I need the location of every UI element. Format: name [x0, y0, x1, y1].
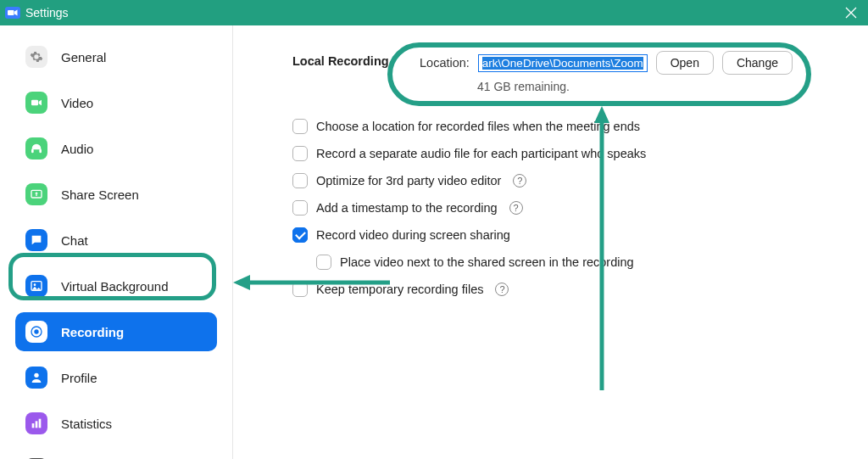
svg-rect-12: [39, 419, 42, 428]
option-row: Record video during screen sharing: [292, 227, 843, 243]
location-path[interactable]: ark\OneDrive\Documents\Zoom: [478, 54, 648, 72]
sidebar-item-general[interactable]: General: [15, 37, 217, 76]
sidebar-item-label: Share Screen: [61, 188, 139, 202]
sidebar-item-audio[interactable]: Audio: [15, 129, 217, 168]
record-icon: [25, 321, 47, 343]
video-icon: [25, 92, 47, 114]
svg-rect-3: [39, 149, 42, 154]
checkbox[interactable]: [316, 255, 331, 270]
checkbox[interactable]: [292, 146, 308, 161]
help-icon[interactable]: ?: [513, 174, 526, 188]
svg-rect-10: [32, 423, 35, 428]
close-button[interactable]: [834, 0, 868, 25]
stats-icon: [25, 412, 47, 434]
option-label: Optimize for 3rd party video editor: [316, 174, 501, 188]
sidebar-item-recording[interactable]: Recording: [15, 312, 217, 351]
image-icon: [25, 275, 47, 297]
sidebar-item-label: Recording: [61, 325, 124, 339]
option-label: Record a separate audio file for each pa…: [316, 147, 646, 160]
checkbox[interactable]: [292, 119, 308, 134]
sidebar-item-label: Virtual Background: [61, 279, 168, 294]
option-label: Place video next to the shared screen in…: [340, 255, 634, 269]
sidebar-item-label: Chat: [61, 233, 88, 248]
option-row: Place video next to the shared screen in…: [316, 255, 843, 270]
help-icon[interactable]: ?: [509, 201, 523, 215]
option-label: Record video during screen sharing: [316, 228, 510, 242]
location-label: Location:: [420, 56, 470, 70]
sidebar-item-label: Video: [61, 96, 93, 110]
content-panel: Local Recording Location: ark\OneDrive\D…: [233, 25, 868, 459]
help-icon[interactable]: ?: [495, 283, 509, 296]
checkbox[interactable]: [292, 227, 308, 243]
change-button[interactable]: Change: [722, 51, 793, 75]
svg-rect-1: [31, 100, 38, 106]
option-label: Add a timestamp to the recording: [316, 201, 498, 215]
profile-icon: [25, 367, 47, 389]
option-row: Add a timestamp to the recording?: [292, 200, 843, 216]
app-icon: [5, 7, 20, 19]
sidebar-item-label: Audio: [61, 142, 93, 156]
checkbox[interactable]: [292, 200, 308, 216]
option-row: Keep temporary recording files?: [292, 282, 843, 297]
share-screen-icon: [25, 183, 47, 205]
sidebar-item-video[interactable]: Video: [15, 83, 217, 122]
gear-icon: [25, 46, 47, 68]
option-row: Choose a location for recorded files whe…: [292, 119, 843, 134]
sidebar-item-virtual-background[interactable]: Virtual Background: [15, 266, 217, 305]
window-title: Settings: [25, 6, 69, 20]
sidebar-item-chat[interactable]: Chat: [15, 221, 217, 260]
sidebar-item-statistics[interactable]: Statistics: [15, 404, 217, 443]
chat-icon: [25, 229, 47, 251]
svg-point-9: [34, 373, 38, 378]
titlebar: Settings: [0, 0, 868, 25]
svg-rect-0: [8, 10, 14, 15]
section-title: Local Recording: [292, 51, 403, 68]
remaining-text: 41 GB remaining.: [477, 80, 793, 93]
sidebar-item-label: Profile: [61, 371, 97, 385]
svg-point-6: [34, 283, 36, 286]
sidebar-item-share-screen[interactable]: Share Screen: [15, 175, 217, 214]
svg-rect-2: [31, 149, 34, 154]
sidebar-item-profile[interactable]: Profile: [15, 358, 217, 397]
headphones-icon: [25, 137, 47, 160]
svg-point-8: [34, 329, 38, 333]
option-label: Choose a location for recorded files whe…: [316, 120, 640, 133]
sidebar-item-label: General: [61, 50, 106, 64]
checkbox[interactable]: [292, 282, 308, 297]
option-row: Record a separate audio file for each pa…: [292, 146, 843, 161]
option-label: Keep temporary recording files: [316, 283, 483, 296]
option-row: Optimize for 3rd party video editor?: [292, 173, 843, 188]
open-button[interactable]: Open: [656, 51, 714, 75]
sidebar-item-label: Statistics: [61, 417, 112, 431]
checkbox[interactable]: [292, 173, 308, 188]
sidebar: General Video Audio Share Screen Chat Vi…: [0, 25, 233, 459]
sidebar-item-keyboard-shortcuts[interactable]: Keyboard Shortcuts: [15, 450, 217, 459]
svg-rect-11: [36, 421, 38, 428]
